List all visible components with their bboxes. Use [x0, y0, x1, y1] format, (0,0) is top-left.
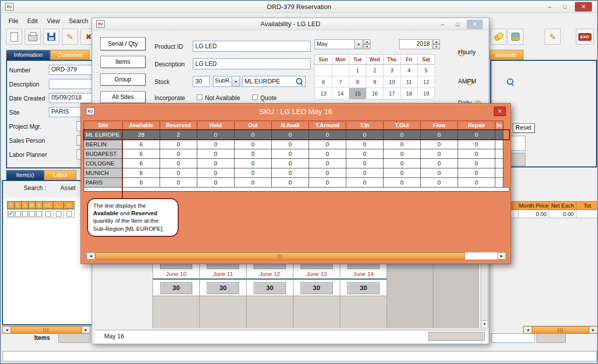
region-type-dropdown[interactable]: SubR... ▼: [213, 76, 240, 87]
day-column[interactable]: June 13 30: [293, 263, 340, 328]
calendar-day[interactable]: 10: [383, 76, 401, 88]
calendar-day[interactable]: 13: [315, 87, 332, 100]
month-dropdown[interactable]: May ▼: [315, 39, 363, 49]
all-sites-button[interactable]: All Sites: [100, 91, 145, 103]
sku-row-paris[interactable]: PARIS 6 0 0 0 0 0 0 0 0 0: [84, 177, 509, 188]
sku-row-berlin[interactable]: BERLIN 6 0 0 0 0 0 0 0 0 0: [84, 139, 509, 149]
main-maximize-button[interactable]: □: [558, 2, 572, 12]
sku-row-budapest[interactable]: BUDAPEST 6 0 0 0 0 0 0 0 0 0: [84, 149, 509, 159]
sku-row-munich[interactable]: MUNICH 6 0 0 0 0 0 0 0 0 0: [84, 168, 509, 178]
footer-field[interactable]: [491, 333, 535, 343]
scroll-right-icon[interactable]: ►: [589, 326, 597, 333]
scrollbar-thumb[interactable]: [11, 326, 82, 333]
items-total-field[interactable]: [58, 333, 91, 343]
not-available-label[interactable]: Not Available: [205, 95, 240, 102]
tab-discounts[interactable]: iscounts: [488, 50, 524, 60]
quote-checkbox[interactable]: [252, 95, 258, 100]
calendar-day-selected[interactable]: 15: [349, 87, 366, 100]
calendar-day[interactable]: 4: [400, 64, 418, 76]
checkbox-checked[interactable]: ✔: [8, 211, 14, 217]
calendar-day[interactable]: 11: [400, 76, 418, 88]
calendar-day[interactable]: 3: [383, 64, 401, 76]
checkbox[interactable]: [15, 211, 21, 217]
region-search-icon[interactable]: [295, 77, 304, 85]
main-close-button[interactable]: ✕: [575, 2, 592, 12]
stock-field[interactable]: 30: [193, 76, 210, 87]
spin-up-icon[interactable]: ▲: [433, 39, 440, 44]
items-button[interactable]: Items: [100, 56, 145, 68]
new-document-button[interactable]: [6, 29, 22, 45]
availability-close-button[interactable]: ✕: [467, 20, 483, 29]
tab-labor[interactable]: Labor: [44, 170, 77, 180]
print-button[interactable]: [25, 29, 41, 45]
calendar-day[interactable]: 7: [332, 76, 349, 88]
calendar-day[interactable]: 14: [332, 87, 349, 100]
day-column[interactable]: June 10 30: [153, 263, 200, 328]
availability-minimize-button[interactable]: –: [435, 20, 450, 29]
calendar-day[interactable]: [315, 64, 332, 76]
scroll-left-icon[interactable]: ◄: [87, 252, 95, 259]
checkbox[interactable]: [66, 211, 72, 217]
exit-button[interactable]: EXIT: [576, 29, 594, 45]
scrollbar-thumb[interactable]: [532, 326, 589, 333]
checkbox[interactable]: [36, 211, 42, 217]
calendar-day[interactable]: 16: [366, 87, 384, 100]
save-button[interactable]: [43, 29, 59, 45]
checkbox[interactable]: [22, 211, 28, 217]
calendar-day[interactable]: 18: [400, 87, 418, 100]
serial-qty-button[interactable]: Serial / Qty: [100, 37, 145, 50]
menu-search[interactable]: Search: [67, 17, 90, 26]
financials-button[interactable]: [490, 29, 506, 45]
tab-items[interactable]: Item(s): [6, 170, 44, 180]
tab-information[interactable]: Information: [6, 50, 50, 60]
calendar-day[interactable]: 19: [417, 87, 435, 100]
edit-button[interactable]: ✎: [62, 29, 78, 45]
scroll-right-icon[interactable]: ►: [82, 326, 90, 333]
checkbox[interactable]: [45, 211, 51, 217]
search-value[interactable]: Asset: [60, 185, 76, 192]
tab-customer[interactable]: Customer: [50, 50, 90, 60]
menu-file[interactable]: File: [7, 17, 20, 26]
not-available-checkbox[interactable]: [197, 95, 202, 100]
day-availability-value[interactable]: 30: [207, 282, 239, 294]
scroll-left-icon[interactable]: ◄: [3, 326, 11, 333]
availability-maximize-button[interactable]: □: [451, 20, 465, 29]
day-column[interactable]: June 12 30: [247, 263, 293, 328]
calendar-day[interactable]: 8: [349, 76, 366, 88]
day-availability-value[interactable]: 30: [347, 282, 380, 294]
calendar-day[interactable]: 6: [315, 76, 332, 88]
day-availability-value[interactable]: 30: [160, 282, 192, 294]
group-button[interactable]: Group: [100, 73, 145, 85]
scroll-right-icon[interactable]: ►: [497, 252, 506, 259]
day-column[interactable]: June 11 30: [200, 263, 247, 328]
checkbox[interactable]: [29, 211, 35, 217]
scroll-left-icon[interactable]: ◄: [524, 326, 532, 333]
sku-close-button[interactable]: ✕: [494, 107, 506, 116]
calendar-day[interactable]: 17: [383, 87, 401, 100]
calendar-day[interactable]: 1: [349, 64, 366, 76]
notes-button[interactable]: ✎: [545, 29, 561, 45]
spin-up-icon[interactable]: ▲: [363, 39, 370, 44]
day-availability-value[interactable]: 30: [301, 282, 333, 294]
hourly-label[interactable]: Hourly: [458, 49, 476, 56]
calendar-day[interactable]: [332, 64, 349, 76]
scroll-down-icon[interactable]: ▼: [481, 320, 488, 328]
product-id-field[interactable]: LG LED: [193, 41, 311, 52]
chevron-down-icon[interactable]: ▼: [354, 40, 362, 49]
database-button[interactable]: [507, 29, 524, 45]
checkbox[interactable]: [56, 211, 61, 217]
sku-row-ml-europe[interactable]: ML EUROPE 28 2 0 0 0 0 0 0 0 0: [84, 130, 509, 140]
menu-view[interactable]: View: [45, 17, 61, 26]
sku-row-cologne[interactable]: COLOGNE 6 0 0 0 0 0 0 0 0 0: [84, 158, 509, 168]
quote-label[interactable]: Quote: [260, 95, 277, 102]
search-icon[interactable]: [506, 78, 514, 86]
reset-button[interactable]: Reset: [512, 123, 535, 133]
calendar-day[interactable]: 2: [366, 64, 384, 76]
ampm-label[interactable]: AMPM: [458, 78, 476, 85]
scrollbar-thumb[interactable]: [95, 252, 465, 259]
year-field[interactable]: 2018: [399, 39, 432, 49]
menu-edit[interactable]: Edit: [26, 17, 39, 26]
spin-down-icon[interactable]: ▼: [363, 44, 370, 49]
day-column[interactable]: June 14 30: [340, 263, 387, 328]
main-minimize-button[interactable]: –: [543, 2, 557, 12]
